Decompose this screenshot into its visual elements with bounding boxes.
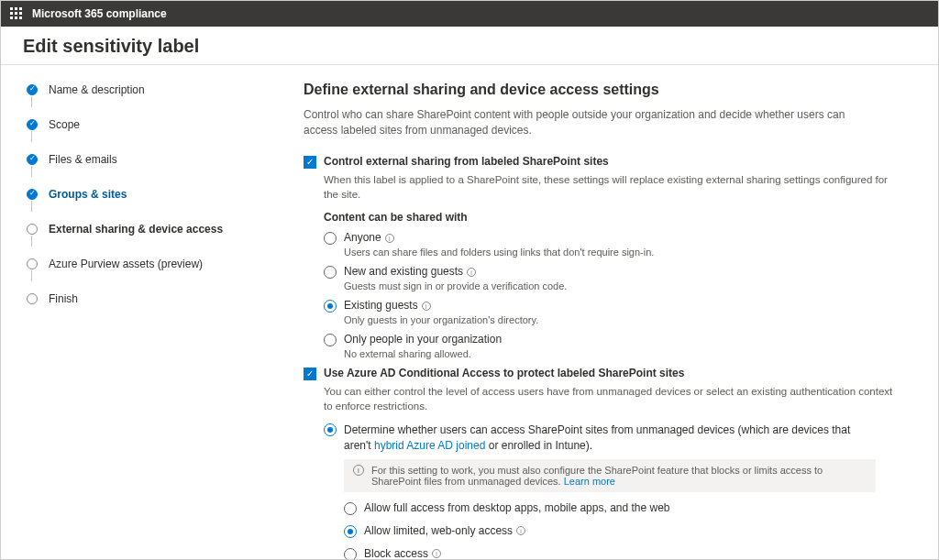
radio-block-access[interactable] — [344, 548, 357, 560]
checkbox-external-sharing-label: Control external sharing from labeled Sh… — [324, 155, 609, 168]
info-icon[interactable] — [432, 549, 441, 558]
link-hybrid-aad[interactable]: hybrid Azure AD joined — [374, 439, 485, 452]
step-files-emails[interactable]: Files & emails — [27, 153, 294, 166]
radio-new-existing-sub: Guests must sign in or provide a verific… — [344, 280, 901, 291]
app-title: Microsoft 365 compliance — [32, 7, 167, 20]
top-bar: Microsoft 365 compliance — [1, 1, 938, 27]
info-icon[interactable] — [385, 234, 394, 243]
checkbox-ca-label: Use Azure AD Conditional Access to prote… — [324, 367, 684, 379]
content-heading: Define external sharing and device acces… — [304, 82, 901, 98]
main-content: Define external sharing and device acces… — [304, 65, 938, 560]
radio-existing[interactable] — [324, 300, 337, 313]
radio-existing-sub: Only guests in your organization's direc… — [344, 314, 901, 325]
radio-limited-access[interactable] — [344, 525, 357, 538]
radio-unmanaged-label: Determine whether users can access Share… — [344, 423, 857, 454]
radio-unmanaged-devices[interactable] — [324, 423, 337, 436]
wizard-steps: Name & description Scope Files & emails … — [1, 65, 304, 560]
radio-full-access[interactable] — [344, 502, 357, 515]
info-unmanaged: For this setting to work, you must also … — [344, 459, 876, 492]
ca-subtext: You can either control the level of acce… — [324, 384, 901, 413]
content-shared-with-label: Content can be shared with — [324, 211, 901, 224]
app-launcher-icon[interactable] — [10, 7, 23, 20]
radio-anyone[interactable] — [324, 232, 337, 245]
radio-org-only[interactable] — [324, 334, 337, 346]
info-icon[interactable] — [467, 268, 476, 277]
step-finish[interactable]: Finish — [27, 292, 294, 305]
step-scope[interactable]: Scope — [27, 118, 294, 131]
step-name-description[interactable]: Name & description — [27, 83, 294, 96]
content-intro: Control who can share SharePoint content… — [304, 107, 872, 138]
radio-anyone-sub: Users can share files and folders using … — [344, 247, 901, 258]
info-icon — [353, 465, 364, 476]
step-external-sharing[interactable]: External sharing & device access — [27, 223, 294, 236]
step-groups-sites[interactable]: Groups & sites — [27, 188, 294, 201]
page-title: Edit sensitivity label — [1, 27, 938, 64]
step-purview[interactable]: Azure Purview assets (preview) — [27, 258, 294, 270]
checkbox-external-sharing[interactable] — [304, 156, 316, 169]
link-learn-more-unmanaged[interactable]: Learn more — [564, 476, 615, 487]
radio-org-only-sub: No external sharing allowed. — [344, 348, 901, 359]
checkbox-conditional-access[interactable] — [304, 368, 316, 380]
radio-new-existing[interactable] — [324, 266, 337, 279]
info-icon[interactable] — [422, 302, 431, 311]
ext-subtext: When this label is applied to a SharePoi… — [324, 172, 901, 202]
info-icon[interactable] — [516, 526, 525, 535]
